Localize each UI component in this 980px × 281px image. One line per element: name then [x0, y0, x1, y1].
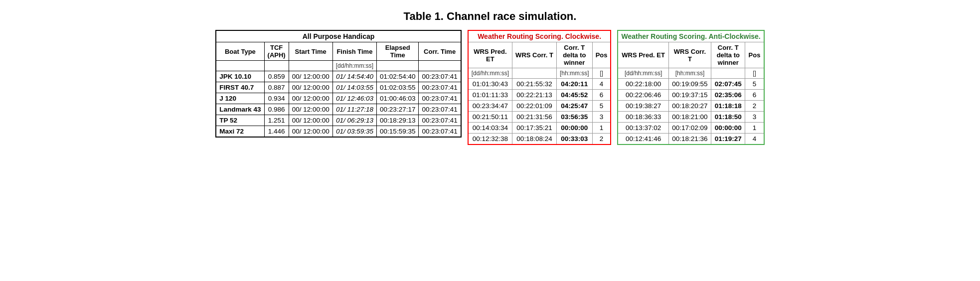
- aph-unit-2: [264, 61, 289, 71]
- wrs-cw-pos: 5: [592, 101, 611, 112]
- wrs-cw-unit-1: [dd/hh:mm:ss]: [468, 68, 512, 79]
- aph-row: Landmark 43 0.986 00/ 12:00:00 01/ 11:27…: [216, 104, 461, 115]
- wrs-acw-unit-1: [dd/hh:mm:ss]: [618, 68, 668, 79]
- wrs-acw-pred-et: 00:22:06:46: [618, 90, 668, 101]
- aph-elapsed: 01:02:03:55: [377, 82, 419, 93]
- aph-finish: 01/ 14:54:40: [332, 71, 376, 82]
- wrs-cw-pos: 1: [592, 123, 611, 134]
- aph-tcf: 0.859: [264, 71, 289, 82]
- aph-col-boat-type: Boat Type: [216, 42, 264, 61]
- aph-boat: FIRST 40.7: [216, 82, 264, 93]
- wrs-cw-pred-et: 01:01:30:43: [468, 79, 512, 90]
- aph-start: 00/ 12:00:00: [289, 104, 332, 115]
- aph-col-tcf: TCF(APH): [264, 42, 289, 61]
- wrs-acw-pred-et: 00:22:18:00: [618, 79, 668, 90]
- wrs-acw-tbody: 00:22:18:00 00:19:09:55 02:07:45 5 00:22…: [618, 79, 764, 145]
- wrs-acw-col-pred-et: WRS Pred. ET: [618, 42, 668, 68]
- wrs-cw-tbody: 01:01:30:43 00:21:55:32 04:20:11 4 01:01…: [468, 79, 611, 145]
- aph-tbody: JPK 10.10 0.859 00/ 12:00:00 01/ 14:54:4…: [216, 71, 461, 138]
- aph-row: Maxi 72 1.446 00/ 12:00:00 01/ 03:59:35 …: [216, 126, 461, 138]
- aph-elapsed: 00:15:59:35: [377, 126, 419, 138]
- aph-start: 00/ 12:00:00: [289, 71, 332, 82]
- aph-elapsed: 01:02:54:40: [377, 71, 419, 82]
- wrs-cw-delta: 00:00:00: [556, 123, 592, 134]
- aph-row: TP 52 1.251 00/ 12:00:00 01/ 06:29:13 00…: [216, 115, 461, 126]
- wrs-acw-unit-2: [hh:mm:ss]: [668, 68, 711, 79]
- aph-section-header: All Purpose Handicap: [216, 30, 461, 42]
- aph-finish: 01/ 03:59:35: [332, 126, 376, 138]
- aph-boat: J 120: [216, 93, 264, 104]
- tables-wrapper: All Purpose Handicap Boat Type TCF(APH) …: [215, 30, 764, 145]
- wrs-acw-delta: 02:35:06: [711, 90, 745, 101]
- wrs-acw-row: 00:13:37:02 00:17:02:09 00:00:00 1: [618, 123, 764, 134]
- wrs-acw-corr-t: 00:18:21:00: [668, 112, 711, 123]
- wrs-cw-corr-t: 00:22:21:13: [512, 90, 557, 101]
- aph-elapsed: 01:00:46:03: [377, 93, 419, 104]
- wrs-acw-delta: 02:07:45: [711, 79, 745, 90]
- wrs-cw-row: 00:21:50:11 00:21:31:56 03:56:35 3: [468, 112, 611, 123]
- aph-boat: TP 52: [216, 115, 264, 126]
- wrs-cw-pos: 6: [592, 90, 611, 101]
- aph-tcf: 0.986: [264, 104, 289, 115]
- aph-elapsed: 00:18:29:13: [377, 115, 419, 126]
- wrs-acw-row: 00:22:18:00 00:19:09:55 02:07:45 5: [618, 79, 764, 90]
- page-title: Table 1. Channel race simulation.: [404, 10, 577, 23]
- wrs-cw-corr-t: 00:22:01:09: [512, 101, 557, 112]
- wrs-cw-row: 00:23:34:47 00:22:01:09 04:25:47 5: [468, 101, 611, 112]
- aph-boat: Landmark 43: [216, 104, 264, 115]
- wrs-acw-pos: 2: [745, 101, 764, 112]
- aph-unit-1: [216, 61, 264, 71]
- wrs-acw-corr-t: 00:18:21:36: [668, 134, 711, 145]
- wrs-acw-unit-4: []: [745, 68, 764, 79]
- aph-start: 00/ 12:00:00: [289, 126, 332, 138]
- wrs-acw-delta: 01:18:18: [711, 101, 745, 112]
- aph-corr: 00:23:07:41: [419, 71, 461, 82]
- wrs-acw-table: Weather Routing Scoring. Anti-Clockwise.…: [617, 30, 764, 145]
- wrs-acw-pred-et: 00:18:36:33: [618, 112, 668, 123]
- wrs-cw-unit-4: []: [592, 68, 611, 79]
- aph-tcf: 0.934: [264, 93, 289, 104]
- wrs-cw-row: 00:12:32:38 00:18:08:24 00:33:03 2: [468, 134, 611, 145]
- wrs-cw-delta: 04:20:11: [556, 79, 592, 90]
- wrs-cw-pred-et: 01:01:11:33: [468, 90, 512, 101]
- wrs-acw-corr-t: 00:19:09:55: [668, 79, 711, 90]
- wrs-acw-pos: 4: [745, 134, 764, 145]
- aph-finish: 01/ 11:27:18: [332, 104, 376, 115]
- aph-corr: 00:23:07:41: [419, 104, 461, 115]
- wrs-acw-section-header: Weather Routing Scoring. Anti-Clockwise.: [618, 30, 764, 42]
- aph-corr: 00:23:07:41: [419, 126, 461, 138]
- aph-unit-5: [377, 61, 419, 71]
- aph-tcf: 1.446: [264, 126, 289, 138]
- wrs-cw-pred-et: 00:23:34:47: [468, 101, 512, 112]
- wrs-acw-col-delta: Corr. Tdelta towinner: [711, 42, 745, 68]
- wrs-acw-pred-et: 00:12:41:46: [618, 134, 668, 145]
- aph-tcf: 0.887: [264, 82, 289, 93]
- aph-elapsed: 00:23:27:17: [377, 104, 419, 115]
- aph-col-start: Start Time: [289, 42, 332, 61]
- wrs-acw-delta: 01:18:50: [711, 112, 745, 123]
- aph-finish: 01/ 14:03:55: [332, 82, 376, 93]
- wrs-cw-col-corr-t: WRS Corr. T: [512, 42, 557, 68]
- wrs-cw-corr-t: 00:18:08:24: [512, 134, 557, 145]
- wrs-acw-col-corr-t: WRS Corr.T: [668, 42, 711, 68]
- aph-row: JPK 10.10 0.859 00/ 12:00:00 01/ 14:54:4…: [216, 71, 461, 82]
- aph-finish: 01/ 06:29:13: [332, 115, 376, 126]
- wrs-cw-corr-t: 00:21:31:56: [512, 112, 557, 123]
- wrs-acw-delta: 01:19:27: [711, 134, 745, 145]
- wrs-cw-row: 01:01:11:33 00:22:21:13 04:45:52 6: [468, 90, 611, 101]
- wrs-cw-pred-et: 00:12:32:38: [468, 134, 512, 145]
- wrs-cw-row: 00:14:03:34 00:17:35:21 00:00:00 1: [468, 123, 611, 134]
- wrs-acw-pred-et: 00:19:38:27: [618, 101, 668, 112]
- wrs-cw-pred-et: 00:21:50:11: [468, 112, 512, 123]
- aph-unit-6: [419, 61, 461, 71]
- aph-unit-3: [289, 61, 332, 71]
- aph-boat: JPK 10.10: [216, 71, 264, 82]
- aph-start: 00/ 12:00:00: [289, 93, 332, 104]
- aph-unit-4: [dd/hh:mm:ss]: [332, 61, 376, 71]
- wrs-acw-row: 00:12:41:46 00:18:21:36 01:19:27 4: [618, 134, 764, 145]
- aph-table: All Purpose Handicap Boat Type TCF(APH) …: [215, 30, 462, 138]
- aph-col-corr: Corr. Time: [419, 42, 461, 61]
- wrs-acw-unit-3: [711, 68, 745, 79]
- wrs-acw-corr-t: 00:17:02:09: [668, 123, 711, 134]
- wrs-cw-pred-et: 00:14:03:34: [468, 123, 512, 134]
